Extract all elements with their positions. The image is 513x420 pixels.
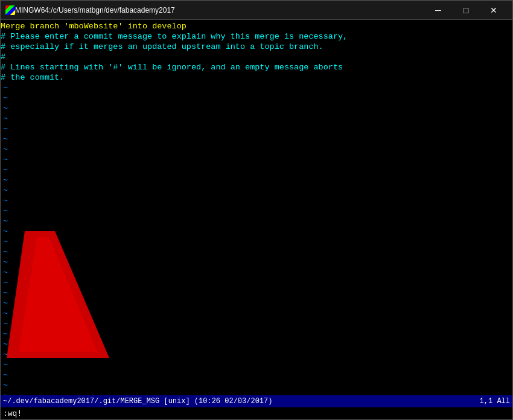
comment-1-text: # Please enter a commit message to expla… [1, 31, 348, 42]
editor-content: Merge branch 'mboWebsite' into develop #… [1, 21, 512, 394]
tilde-line: ~ [1, 185, 512, 196]
tilde-line: ~ [1, 267, 512, 278]
tilde-line: ~ [1, 93, 512, 103]
tilde-line: ~ [1, 134, 512, 144]
tilde-line: ~ [1, 308, 512, 319]
comment-5-text: # the commit. [1, 72, 64, 83]
tilde-line: ~ [1, 83, 512, 93]
status-bar: ~/.dev/fabacademy2017/.git/MERGE_MSG [un… [1, 395, 512, 407]
maximize-button[interactable]: □ [452, 1, 480, 20]
tilde-line: ~ [1, 124, 512, 134]
tilde-container: ~~~~~~~~~~~~~~~~~~~~~~~~~~~~~~~~~~~~~~ [1, 83, 512, 395]
close-button[interactable]: ✕ [480, 1, 508, 20]
tilde-line: ~ [1, 349, 512, 360]
title-bar-text: MINGW64:/c/Users/matbgn/dev/fabacademy20… [15, 6, 424, 14]
tilde-line: ~ [1, 257, 512, 267]
tilde-line: ~ [1, 288, 512, 298]
tilde-line: ~ [1, 329, 512, 339]
comment-line-3: # [1, 52, 512, 62]
status-filepath: ~/.dev/fabacademy2017/.git/MERGE_MSG [un… [3, 397, 272, 406]
tilde-line: ~ [1, 298, 512, 308]
tilde-line: ~ [1, 370, 512, 380]
tilde-line: ~ [1, 154, 512, 165]
command-text: :wq! [3, 409, 22, 418]
comment-line-4: # Lines starting with '#' will be ignore… [1, 62, 512, 72]
title-bar: MINGW64:/c/Users/matbgn/dev/fabacademy20… [1, 1, 512, 20]
comment-line-5: # the commit. [1, 72, 512, 83]
command-line: :wq! [1, 407, 512, 419]
status-position: 1,1 All [480, 397, 510, 406]
tilde-line: ~ [1, 144, 512, 154]
tilde-line: ~ [1, 319, 512, 329]
window: MINGW64:/c/Users/matbgn/dev/fabacademy20… [0, 0, 513, 420]
tilde-line: ~ [1, 360, 512, 370]
tilde-line: ~ [1, 380, 512, 390]
merge-line-text: Merge branch 'mboWebsite' into develop [1, 21, 186, 31]
app-icon [5, 5, 15, 15]
tilde-line: ~ [1, 226, 512, 237]
tilde-line: ~ [1, 103, 512, 113]
tilde-line: ~ [1, 113, 512, 124]
tilde-line: ~ [1, 237, 512, 247]
comment-line-1: # Please enter a commit message to expla… [1, 31, 512, 42]
comment-3-text: # [1, 52, 5, 62]
tilde-line: ~ [1, 196, 512, 206]
comment-4-text: # Lines starting with '#' will be ignore… [1, 62, 343, 72]
merge-line: Merge branch 'mboWebsite' into develop [1, 21, 512, 31]
editor-area[interactable]: Merge branch 'mboWebsite' into develop #… [1, 20, 512, 395]
minimize-button[interactable]: ─ [424, 1, 452, 20]
tilde-line: ~ [1, 247, 512, 257]
tilde-line: ~ [1, 216, 512, 226]
tilde-line: ~ [1, 278, 512, 288]
tilde-line: ~ [1, 206, 512, 216]
comment-line-2: # especially if it merges an updated ups… [1, 42, 512, 52]
tilde-line: ~ [1, 165, 512, 175]
tilde-line: ~ [1, 175, 512, 185]
tilde-line: ~ [1, 339, 512, 349]
window-controls: ─ □ ✕ [424, 1, 508, 20]
tilde-line: ~ [1, 390, 512, 395]
comment-2-text: # especially if it merges an updated ups… [1, 42, 323, 52]
